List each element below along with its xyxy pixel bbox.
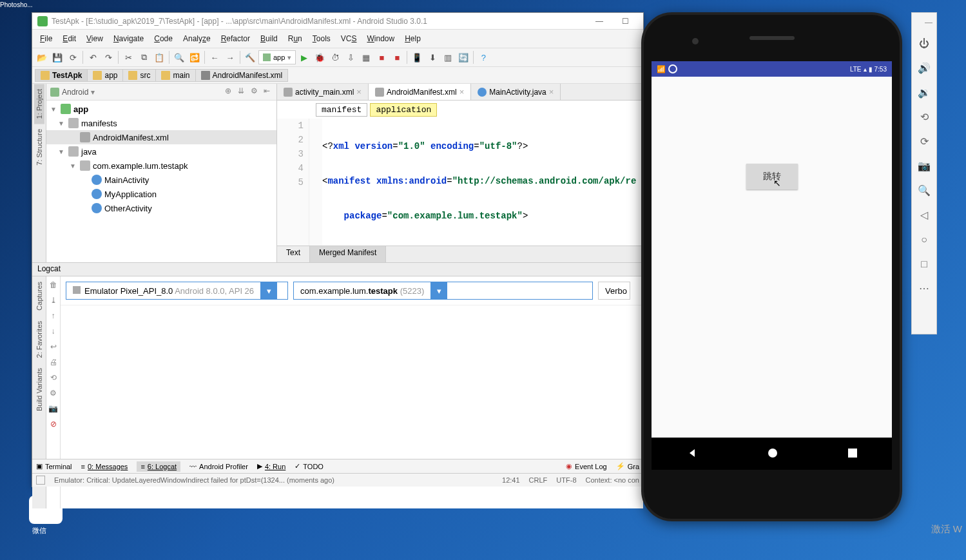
up-icon[interactable]: ↑ — [48, 311, 59, 322]
menu-edit[interactable]: Edit — [59, 33, 80, 44]
tree-mainactivity[interactable]: MainActivity — [46, 173, 276, 187]
rotate-left-icon[interactable]: ⟲ — [916, 110, 932, 125]
cut-icon[interactable]: ✂ — [121, 50, 135, 64]
file-encoding[interactable]: UTF-8 — [556, 476, 576, 484]
screenshot-icon[interactable]: 📷 — [916, 159, 932, 174]
back-icon[interactable]: ← — [208, 50, 222, 64]
tree-java[interactable]: ▼java — [46, 144, 276, 159]
overview-icon[interactable]: □ — [916, 256, 932, 272]
restart-icon[interactable]: ⟲ — [48, 373, 59, 383]
nav-recent-icon[interactable] — [847, 447, 858, 461]
side-tab-captures[interactable]: Captures — [34, 276, 44, 316]
close-icon[interactable]: × — [549, 87, 554, 97]
tool-todo[interactable]: ✓ TODO — [295, 462, 324, 470]
chip-application[interactable]: application — [370, 103, 437, 117]
log-level-dropdown[interactable]: Verbo — [598, 282, 630, 300]
chip-manifest[interactable]: manifest — [316, 103, 367, 117]
code-editor[interactable]: 1 2 3 4 5 <?xml version="1.0" encoding="… — [277, 119, 643, 246]
side-tab-structure[interactable]: 7: Structure — [34, 124, 44, 171]
breadcrumb-main[interactable]: main — [155, 69, 195, 82]
process-dropdown[interactable]: com.example.lum.testapk (5223) ▾ — [293, 282, 593, 300]
hide-icon[interactable]: ⇤ — [261, 86, 273, 98]
paste-icon[interactable]: 📋 — [152, 50, 166, 64]
nav-back-icon[interactable] — [686, 447, 699, 461]
find-icon[interactable]: 🔍 — [172, 50, 186, 64]
project-mode-dropdown[interactable]: Android — [62, 88, 88, 97]
more-icon[interactable]: ⋯ — [916, 281, 932, 296]
menu-tools[interactable]: Tools — [309, 33, 334, 44]
btab-text[interactable]: Text — [277, 246, 310, 262]
rotate-right-icon[interactable]: ⟳ — [916, 134, 932, 150]
collapse-all-icon[interactable]: ⇊ — [235, 86, 247, 98]
settings-icon[interactable]: ⚙ — [48, 389, 59, 399]
menu-view[interactable]: View — [82, 33, 107, 44]
tree-package[interactable]: ▼com.example.lum.testapk — [46, 159, 276, 173]
replace-icon[interactable]: 🔂 — [188, 50, 202, 64]
profile-icon[interactable]: ⏱ — [328, 50, 342, 64]
tree-otheractivity[interactable]: OtherActivity — [46, 201, 276, 215]
tool-eventlog[interactable]: ◉ Event Log — [566, 462, 607, 470]
tool-gradle[interactable]: ⚡ Gra — [616, 462, 639, 470]
run-config-dropdown[interactable]: app ▾ — [258, 50, 296, 64]
tree-app[interactable]: ▼app — [46, 102, 276, 116]
stop-icon[interactable]: ⊘ — [48, 420, 59, 430]
volume-up-icon[interactable]: 🔊 — [916, 61, 932, 76]
print-icon[interactable]: 🖨 — [48, 358, 59, 368]
wrap-icon[interactable]: ↩ — [48, 342, 59, 352]
run-button[interactable]: ▶ — [297, 50, 311, 64]
nav-home-icon[interactable] — [766, 447, 779, 461]
copy-icon[interactable]: ⧉ — [137, 50, 151, 64]
menu-analyze[interactable]: Analyze — [179, 33, 215, 44]
tool-run[interactable]: ▶ 4: Run — [257, 462, 285, 470]
coverage-icon[interactable]: ▦ — [359, 50, 373, 64]
jump-button[interactable]: 跳转↖ — [746, 164, 798, 189]
menu-vcs[interactable]: VCS — [337, 33, 361, 44]
breadcrumb-root[interactable]: TestApk — [35, 69, 88, 82]
breadcrumb-file[interactable]: AndroidManifest.xml — [195, 69, 289, 82]
device-dropdown[interactable]: Emulator Pixel_API_8.0 Android 8.0.0, AP… — [66, 282, 288, 300]
tool-messages[interactable]: ≡ 0: Messages — [81, 463, 128, 470]
tab-mainactivity[interactable]: MainActivity.java× — [471, 84, 561, 100]
sdk-manager-icon[interactable]: ⬇ — [425, 50, 440, 64]
breadcrumb-src[interactable]: src — [122, 69, 156, 82]
scroll-end-icon[interactable]: ⤓ — [48, 296, 59, 306]
forward-icon[interactable]: → — [223, 50, 237, 64]
close-icon[interactable]: × — [356, 87, 362, 97]
volume-down-icon[interactable]: 🔉 — [916, 85, 932, 101]
camera-icon[interactable]: 📷 — [48, 404, 59, 414]
minimize-button[interactable]: — — [586, 13, 612, 30]
tool-logcat[interactable]: ≡ 6: Logcat — [137, 461, 180, 472]
redo-icon[interactable]: ↷ — [101, 50, 115, 64]
menu-refactor[interactable]: Refactor — [217, 33, 254, 44]
save-icon[interactable]: 💾 — [50, 50, 64, 64]
btab-merged[interactable]: Merged Manifest — [310, 246, 386, 262]
undo-icon[interactable]: ↶ — [86, 50, 100, 64]
side-tab-project[interactable]: 1: Project — [34, 84, 44, 124]
menu-navigate[interactable]: Navigate — [110, 33, 148, 44]
settings-icon[interactable]: ⚙ — [248, 86, 260, 98]
tool-terminal[interactable]: ▣ Terminal — [36, 462, 72, 470]
make-icon[interactable]: 🔨 — [243, 50, 257, 64]
open-icon[interactable]: 📂 — [35, 50, 49, 64]
tree-manifest-file[interactable]: AndroidManifest.xml — [46, 130, 276, 144]
avd-manager-icon[interactable]: 📱 — [410, 50, 424, 64]
help-icon[interactable]: ? — [476, 50, 490, 64]
phone-screen[interactable]: 📶 LTE▴▮7:53 跳转↖ — [652, 61, 892, 470]
layout-inspector-icon[interactable]: ▥ — [441, 50, 455, 64]
power-icon[interactable]: ⏻ — [916, 36, 932, 52]
zoom-icon[interactable]: 🔍 — [916, 183, 932, 198]
home-icon[interactable]: ○ — [916, 232, 932, 247]
scroll-from-source-icon[interactable]: ⊕ — [222, 86, 234, 98]
line-separator[interactable]: CRLF — [529, 476, 548, 484]
stop-button[interactable]: ■ — [374, 50, 389, 64]
menu-code[interactable]: Code — [150, 33, 177, 44]
app-content[interactable]: 跳转↖ — [652, 77, 892, 438]
breadcrumb-app[interactable]: app — [87, 69, 123, 82]
toggle-toolwindows-icon[interactable] — [36, 476, 45, 485]
tool-profiler[interactable]: 〰 Android Profiler — [189, 463, 248, 470]
close-icon[interactable]: × — [459, 87, 465, 97]
debug-button[interactable]: 🐞 — [313, 50, 327, 64]
maximize-button[interactable]: ☐ — [612, 13, 638, 30]
desktop-icon-photoshop[interactable]: Photosho... — [0, 1, 31, 8]
sync-icon[interactable]: 🔄 — [456, 50, 470, 64]
